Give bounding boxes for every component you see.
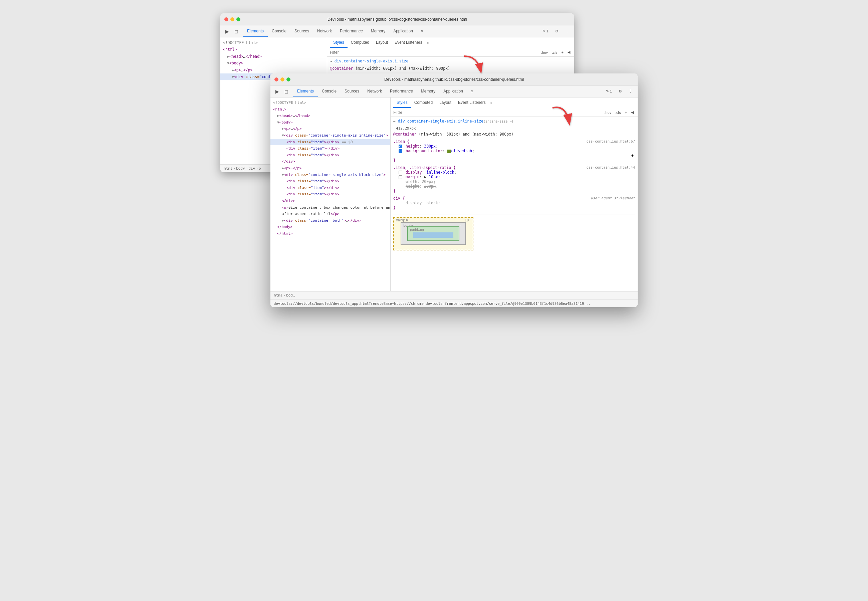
css-checkbox-display[interactable] <box>399 171 402 174</box>
css-checkbox-height2[interactable] <box>399 185 402 188</box>
css-checkbox-bgcolor[interactable] <box>399 149 402 153</box>
chat-icon-back[interactable]: ✎ 1 <box>540 28 551 35</box>
box-model-border: border - padding <box>400 223 466 245</box>
add-prop-btn[interactable]: + <box>393 153 635 158</box>
sub-tab-more-front[interactable]: » <box>490 98 492 108</box>
tab-sources-front[interactable]: Sources <box>341 85 363 97</box>
css-checkbox-display-ua[interactable] <box>399 201 402 205</box>
breadcrumb-p-back[interactable]: p <box>259 166 261 171</box>
css-prop-bgcolor: background-color: olivedrab; <box>393 149 635 153</box>
tab-more-back[interactable]: » <box>417 25 427 37</box>
minimize-button-back[interactable] <box>230 17 235 21</box>
hov-btn-front[interactable]: :hov <box>603 110 613 115</box>
filter-bar-front: :hov .cls + ◀ <box>391 108 638 117</box>
sub-tab-layout-front[interactable]: Layout <box>436 98 455 108</box>
breadcrumb-div-back[interactable]: div <box>248 166 255 171</box>
close-button-back[interactable] <box>224 17 228 21</box>
settings-icon-front[interactable]: ⚙ <box>616 88 624 95</box>
menu-icon-back[interactable]: ⋮ <box>562 28 571 35</box>
sub-tab-eventlisteners-back[interactable]: Event Listeners <box>391 37 426 48</box>
dom-line-p-size2: after aspect-ratio 1:1</p> <box>270 211 390 217</box>
device-icon-back[interactable]: ◻ <box>232 27 241 35</box>
breadcrumb-html-back[interactable]: html <box>224 166 233 171</box>
dom-line-p1: ▶<p>…</p> <box>270 125 390 132</box>
css-rule-selector-back: → div.container-single-axis.i…size <box>330 59 571 63</box>
sub-tab-styles-front[interactable]: Styles <box>393 98 411 108</box>
tab-application-back[interactable]: Application <box>389 25 417 37</box>
css-selector-link-front[interactable]: div.container-single-axis.inline-size <box>398 119 483 124</box>
menu-icon-front[interactable]: ⋮ <box>626 88 635 95</box>
css-content-front[interactable]: → div.container-single-axis.inline-size(… <box>391 117 638 291</box>
device-icon-front[interactable]: ◻ <box>282 87 291 96</box>
dom-line-body: ▼<body> <box>270 119 390 126</box>
tab-performance-back[interactable]: Performance <box>336 25 367 37</box>
styles-panel-front: Styles Computed Layout Event Listeners »… <box>391 98 638 291</box>
maximize-button-back[interactable] <box>236 17 241 21</box>
sub-tab-more-back[interactable]: » <box>427 37 429 48</box>
cursor-icon-back[interactable]: ▶ <box>223 27 231 35</box>
css-selector-link-back[interactable]: div.container-single-axis.i…size <box>335 59 409 63</box>
tab-application-front[interactable]: Application <box>439 85 467 97</box>
sub-tab-computed-front[interactable]: Computed <box>411 98 436 108</box>
toggle-btn-front[interactable]: ◀ <box>630 110 635 115</box>
close-button-front[interactable] <box>274 78 279 81</box>
tab-bar-back: ▶ ◻ Elements Console Sources Network Per… <box>220 25 574 37</box>
css-size-value: 412.297px <box>393 126 635 131</box>
filter-input-back[interactable] <box>330 50 537 55</box>
maximize-button-front[interactable] <box>286 78 291 81</box>
traffic-lights-back <box>224 17 241 21</box>
tab-console-front[interactable]: Console <box>318 85 341 97</box>
box-model-visual: margin 10 border - padding <box>393 217 474 250</box>
tab-memory-front[interactable]: Memory <box>417 85 439 97</box>
tab-bar-right-front: ✎ 1 ⚙ ⋮ <box>603 85 638 97</box>
sub-tab-computed-back[interactable]: Computed <box>347 37 373 48</box>
tab-elements-back[interactable]: Elements <box>243 25 268 37</box>
tab-network-front[interactable]: Network <box>363 85 386 97</box>
breadcrumb-body-back[interactable]: body <box>236 166 245 171</box>
css-checkbox-width[interactable] <box>399 180 402 184</box>
settings-icon-back[interactable]: ⚙ <box>553 28 561 35</box>
plus-btn-front[interactable]: + <box>624 110 628 115</box>
tab-network-back[interactable]: Network <box>313 25 336 37</box>
cursor-icon-front[interactable]: ▶ <box>273 87 281 96</box>
sub-tab-eventlisteners-front[interactable]: Event Listeners <box>455 98 489 108</box>
css-rule-container-query: @container (min-width: 601px) and (max-w… <box>393 132 635 137</box>
margin-value: 10 <box>465 218 469 222</box>
box-model-padding: padding <box>407 226 459 241</box>
tab-elements-front[interactable]: Elements <box>293 85 318 97</box>
dom-line-item4: <div class="item"></div> <box>270 178 390 185</box>
cls-btn-back[interactable]: .cls <box>551 50 559 55</box>
breadcrumb-html-front[interactable]: html <box>274 293 283 297</box>
css-rule-selector-front: → div.container-single-axis.inline-size(… <box>393 119 635 124</box>
css-checkbox-margin[interactable] <box>399 175 402 179</box>
dom-line-item1-selected: <div class="item"></div> == $0 <box>270 139 390 146</box>
breadcrumb-bod-front[interactable]: bod… <box>286 293 295 297</box>
filter-input-front[interactable] <box>393 110 600 115</box>
sub-tab-layout-back[interactable]: Layout <box>373 37 391 48</box>
color-swatch-olivedrab <box>447 149 451 153</box>
tab-performance-front[interactable]: Performance <box>386 85 417 97</box>
plus-btn-back[interactable]: + <box>560 50 565 55</box>
dom-panel-front[interactable]: <!DOCTYPE html> <html> ▶<head>…</head> ▼… <box>270 98 391 291</box>
dom-line: ▶<p>…</p> <box>220 67 327 73</box>
dom-line-item5: <div class="item"></div> <box>270 185 390 191</box>
css-prop-height: height: 300px; <box>393 144 635 149</box>
minimize-button-front[interactable] <box>280 78 285 81</box>
chat-icon-front[interactable]: ✎ 1 <box>603 88 615 95</box>
tab-more-front[interactable]: » <box>467 85 477 97</box>
hov-btn-back[interactable]: :hov <box>539 50 549 55</box>
tab-memory-back[interactable]: Memory <box>367 25 389 37</box>
dom-line: <html> <box>220 46 327 53</box>
css-checkbox-height[interactable] <box>399 145 402 148</box>
tab-console-back[interactable]: Console <box>268 25 291 37</box>
tab-bar-right-back: ✎ 1 ⚙ ⋮ <box>540 25 574 37</box>
tab-sources-back[interactable]: Sources <box>291 25 313 37</box>
sub-tabs-back: Styles Computed Layout Event Listeners » <box>327 37 574 48</box>
cls-btn-front[interactable]: .cls <box>614 110 622 115</box>
toggle-btn-back[interactable]: ◀ <box>566 49 571 55</box>
css-rule-at-back: @container (min-width: 601px) and (max-w… <box>330 66 571 71</box>
title-bar-front: DevTools - mathiasbynens.github.io/css-d… <box>270 73 638 85</box>
sub-tab-styles-back[interactable]: Styles <box>330 37 347 48</box>
dom-line-p2: ▶<p>…</p> <box>270 165 390 172</box>
devtools-body-front: <!DOCTYPE html> <html> ▶<head>…</head> ▼… <box>270 98 638 291</box>
